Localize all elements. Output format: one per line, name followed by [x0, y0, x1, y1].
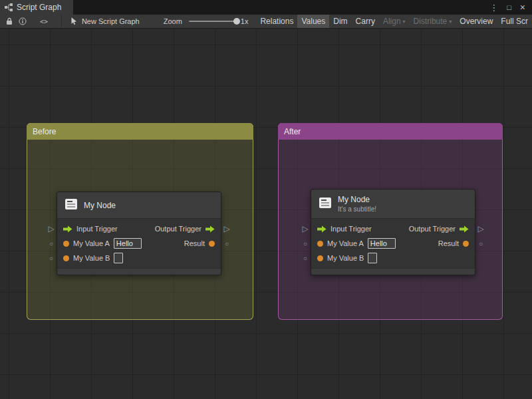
chevron-down-icon: ▾ [449, 19, 452, 25]
values-label: Values [301, 17, 325, 26]
node-ports: Input Trigger Output Trigger My Value A [57, 219, 221, 268]
output-trigger-port[interactable]: ▷ [221, 221, 232, 236]
distribute-dropdown[interactable]: Distribute ▾ [410, 15, 456, 28]
overview-label: Overview [460, 17, 493, 26]
node-titles: My Node It's a subtitle! [338, 195, 376, 213]
node-icon [64, 197, 78, 214]
node-footer [57, 268, 221, 275]
info-icon[interactable] [19, 17, 27, 25]
value-port-dot[interactable] [63, 255, 69, 261]
carry-label: Carry [356, 17, 375, 26]
tab-bar: Script Graph ⋮ □ × [0, 0, 532, 15]
output-trigger-label: Output Trigger [409, 225, 456, 233]
value-b-port[interactable]: ○ [300, 251, 311, 265]
zoom-value: 1x [241, 17, 249, 25]
zoom-slider[interactable] [189, 18, 236, 25]
group-after-header[interactable]: After [278, 123, 503, 140]
group-after-label: After [284, 127, 301, 136]
script-graph-icon [5, 3, 13, 11]
row-value-b: My Value B [311, 251, 475, 265]
node-ports: Input Trigger Output Trigger My Value A [311, 219, 475, 268]
row-value-b: My Value B [57, 251, 221, 265]
row-triggers: Input Trigger Output Trigger [311, 221, 475, 236]
input-trigger-label: Input Trigger [331, 225, 372, 233]
overview-button[interactable]: Overview [456, 15, 497, 28]
graph-name[interactable]: New Script Graph [82, 17, 140, 25]
node-icon [318, 196, 332, 213]
node-footer [311, 268, 475, 275]
result-label: Result [184, 239, 205, 247]
relations-button[interactable]: Relations [256, 15, 297, 28]
result-label: Result [438, 239, 459, 247]
node-before[interactable]: ▷ ○ ○ My Node [46, 192, 232, 275]
node-title: My Node [338, 195, 376, 204]
zoom-label: Zoom [164, 17, 182, 25]
align-dropdown[interactable]: Align ▾ [379, 15, 410, 28]
trigger-arrow-icon[interactable] [460, 225, 469, 233]
value-b-input[interactable] [114, 253, 123, 263]
value-b-port[interactable]: ○ [46, 251, 57, 265]
my-node[interactable]: My Node It's a subtitle! Input Trigger O… [311, 189, 475, 275]
toolbar-divider [61, 15, 62, 28]
unity-graph-window: { "window": { "tab_title": "Script Graph… [0, 0, 532, 399]
value-a-input[interactable] [368, 238, 396, 249]
maximize-icon[interactable]: □ [507, 3, 511, 11]
group-before-header[interactable]: Before [27, 123, 253, 140]
zoom-slider-thumb[interactable] [233, 18, 240, 25]
distribute-label: Distribute [414, 17, 448, 26]
group-before-label: Before [33, 127, 56, 136]
result-port-dot[interactable] [463, 241, 469, 247]
value-a-port[interactable]: ○ [46, 236, 57, 251]
tab-script-graph[interactable]: Script Graph [0, 0, 73, 15]
relations-label: Relations [260, 17, 293, 26]
toolbar-buttons: Relations Values Dim Carry Align ▾ Distr… [256, 15, 532, 28]
output-trigger-port[interactable]: ▷ [475, 221, 486, 236]
input-trigger-port[interactable]: ▷ [300, 221, 311, 236]
output-trigger-label: Output Trigger [155, 225, 201, 233]
value-a-label: My Value A [327, 239, 364, 247]
value-b-label: My Value B [73, 254, 110, 262]
node-before-right-ports: ▷ ○ [221, 192, 232, 265]
node-after-right-ports: ▷ ○ [475, 189, 486, 265]
graph-toolbar: <> New Script Graph Zoom 1x Relations Va… [0, 15, 532, 29]
result-port[interactable]: ○ [475, 236, 486, 251]
values-button[interactable]: Values [297, 15, 329, 28]
row-value-a: My Value A Result [57, 236, 221, 251]
chevron-down-icon: ▾ [403, 19, 406, 25]
value-b-input[interactable] [368, 253, 377, 263]
close-icon[interactable]: × [520, 2, 525, 13]
code-view-icon[interactable]: <> [40, 18, 48, 25]
dim-label: Dim [333, 17, 347, 26]
node-after-left-ports: ▷ ○ ○ [300, 189, 311, 265]
my-node[interactable]: My Node Input Trigger Output Trigger [57, 192, 221, 275]
value-port-dot[interactable] [317, 255, 323, 261]
lock-icon[interactable] [6, 17, 13, 25]
dim-button[interactable]: Dim [329, 15, 351, 28]
window-controls: ⋮ □ × [483, 0, 532, 15]
carry-button[interactable]: Carry [352, 15, 379, 28]
trigger-arrow-icon[interactable] [317, 225, 327, 233]
kebab-menu-icon[interactable]: ⋮ [489, 3, 498, 13]
value-port-dot[interactable] [63, 241, 69, 247]
node-after[interactable]: ▷ ○ ○ My Node It's a subtitle! [300, 189, 486, 275]
node-subtitle: It's a subtitle! [338, 205, 376, 213]
fullscreen-button[interactable]: Full Scr [497, 15, 532, 28]
node-header[interactable]: My Node [57, 192, 221, 219]
value-port-dot[interactable] [317, 241, 323, 247]
graph-canvas[interactable]: Before After ▷ ○ ○ [0, 29, 532, 399]
value-a-port[interactable]: ○ [300, 236, 311, 251]
pointer-icon [70, 17, 78, 25]
result-port-dot[interactable] [209, 241, 215, 247]
row-triggers: Input Trigger Output Trigger [57, 221, 221, 236]
trigger-arrow-icon[interactable] [205, 225, 215, 233]
node-header[interactable]: My Node It's a subtitle! [311, 190, 475, 219]
node-title: My Node [84, 201, 116, 210]
value-a-input[interactable] [114, 238, 142, 249]
value-b-label: My Value B [327, 254, 364, 262]
zoom-slider-track[interactable] [189, 21, 236, 22]
input-trigger-label: Input Trigger [76, 225, 118, 233]
trigger-arrow-icon[interactable] [63, 225, 72, 233]
result-port[interactable]: ○ [221, 236, 232, 251]
align-label: Align [383, 17, 401, 26]
input-trigger-port[interactable]: ▷ [46, 221, 57, 236]
